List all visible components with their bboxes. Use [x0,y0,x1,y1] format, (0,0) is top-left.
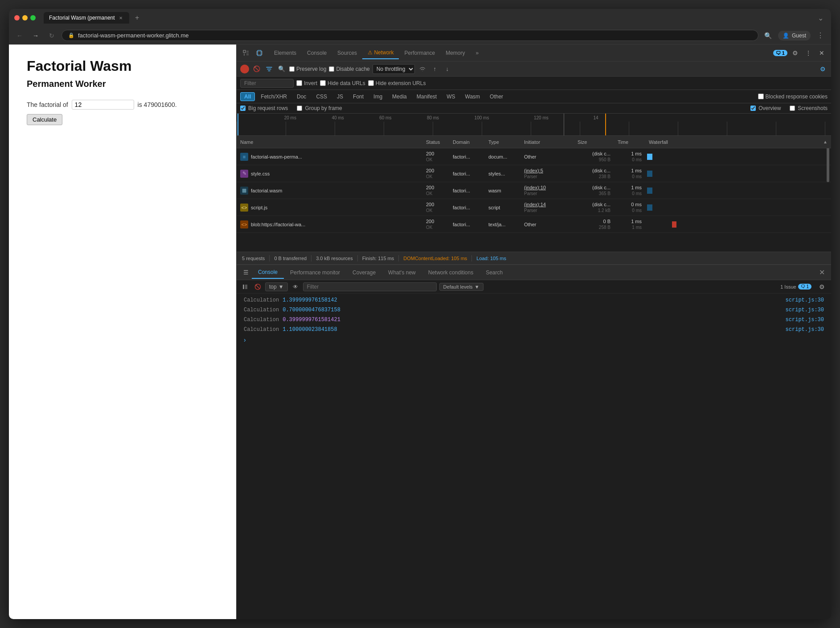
device-icon-btn[interactable] [254,47,265,59]
back-button[interactable]: ← [13,29,26,42]
active-tab[interactable]: Factorial Wasm (permanent ✕ [44,12,129,24]
tab-performance[interactable]: Performance [399,47,440,59]
console-settings-btn[interactable]: ⚙ [816,281,828,293]
console-drawer-icon[interactable]: ☰ [240,267,252,278]
console-tab-whats-new[interactable]: What's new [382,267,422,278]
tab-network[interactable]: Network [362,47,399,59]
disable-cache-checkbox[interactable]: Disable cache [329,66,369,72]
type-filter-img[interactable]: Img [369,92,386,101]
preserve-log-checkbox[interactable]: Preserve log [289,66,326,72]
big-request-rows-input[interactable] [240,106,246,111]
group-by-frame-input[interactable] [297,106,302,111]
console-tab-coverage[interactable]: Coverage [346,267,382,278]
hide-ext-urls-input[interactable] [368,80,374,86]
wifi-icon-btn[interactable] [418,64,427,74]
console-link-2[interactable]: script.js:30 [786,317,824,323]
type-filter-other[interactable]: Other [486,92,507,101]
forward-button[interactable]: → [29,29,42,42]
tab-close-button[interactable]: ✕ [118,15,124,21]
tab-memory[interactable]: Memory [440,47,470,59]
import-icon-btn[interactable]: ↑ [430,64,440,74]
invert-input[interactable] [296,80,302,86]
table-row[interactable]: ▦ factorial.wasm 200 OK factori... wasm … [237,182,831,199]
td-name-0: ≡ factorial-wasm-perma... [237,153,422,161]
disable-cache-input[interactable] [329,66,334,72]
screenshots-option[interactable]: Screenshots [790,105,828,111]
console-clear-btn[interactable]: 🚫 [253,282,262,292]
invert-checkbox[interactable]: Invert [296,80,317,86]
new-tab-button[interactable]: + [131,12,143,24]
guest-button[interactable]: 👤 Guest [778,31,811,41]
type-filter-manifest[interactable]: Manifest [413,92,441,101]
devtools-more-button[interactable]: ⋮ [803,47,814,59]
export-icon-btn[interactable]: ↓ [443,64,452,74]
devtools-topbar: Elements Console Sources Network Perform… [237,45,831,61]
console-filter-input[interactable] [303,282,437,291]
type-filter-wasm[interactable]: Wasm [461,92,484,101]
console-tab-network-conditions[interactable]: Network conditions [422,267,479,278]
console-tab-console[interactable]: Console [252,266,284,279]
browser-menu-button[interactable]: ⋮ [814,29,827,42]
console-close-button[interactable]: ✕ [816,267,828,278]
type-filter-font[interactable]: Font [349,92,368,101]
filter-input[interactable] [240,79,294,88]
factorial-input[interactable] [72,100,134,110]
type-filter-js[interactable]: JS [333,92,347,101]
hide-data-urls-input[interactable] [320,80,326,86]
table-row[interactable]: ≡ factorial-wasm-perma... 200 OK factori… [237,148,831,165]
table-row[interactable]: ✎ style.css 200 OK factori... styles... … [237,165,831,182]
console-prompt[interactable]: › [237,334,831,345]
preserve-log-input[interactable] [289,66,295,72]
type-filter-media[interactable]: Media [388,92,411,101]
type-filter-doc[interactable]: Doc [293,92,310,101]
console-sidebar-btn[interactable] [240,282,250,292]
tab-console[interactable]: Console [302,47,332,59]
throttle-select[interactable]: No throttling [373,64,415,74]
devtools-settings-button[interactable]: ⚙ [789,47,801,59]
record-button[interactable] [240,65,249,73]
console-link-0[interactable]: script.js:30 [786,297,824,303]
overview-input[interactable] [750,106,756,111]
minimize-traffic-light[interactable] [22,15,28,20]
network-settings-button[interactable]: ⚙ [818,64,828,74]
filter-toggle-button[interactable] [264,64,274,74]
console-context-arrow: ▼ [279,284,284,290]
window-collapse-icon[interactable]: ⌄ [815,12,826,23]
maximize-traffic-light[interactable] [30,15,36,20]
hide-ext-urls-checkbox[interactable]: Hide extension URLs [368,80,426,86]
type-filter-fetch-xhr[interactable]: Fetch/XHR [257,92,291,101]
hide-data-urls-checkbox[interactable]: Hide data URLs [320,80,365,86]
console-link-1[interactable]: script.js:30 [786,307,824,313]
console-link-3[interactable]: script.js:30 [786,326,824,333]
table-row[interactable]: <> blob:https://factorial-wa... 200 OK f… [237,216,831,233]
devtools-topbar-right: 🗨 1 ⚙ ⋮ ✕ [773,47,828,59]
refresh-button[interactable]: ↻ [45,29,58,42]
console-value-1: 0.7000000476837158 [283,307,340,313]
address-input[interactable]: 🔒 factorial-wasm-permanent-worker.glitch… [61,30,758,41]
big-request-rows-option[interactable]: Big request rows [240,105,288,111]
calculate-button[interactable]: Calculate [27,114,62,125]
console-tab-performance[interactable]: Performance monitor [284,267,346,278]
inspect-icon-btn[interactable] [240,47,252,59]
table-row[interactable]: <> script.js 200 OK factori... script (i… [237,199,831,216]
td-status-1: 200 OK [422,167,449,179]
search-button[interactable]: 🔍 [277,64,287,74]
type-filter-css[interactable]: CSS [312,92,331,101]
console-eye-btn[interactable]: 👁 [291,282,300,292]
tab-more[interactable]: » [471,47,484,59]
blocked-cookies-input[interactable] [758,94,764,99]
type-filter-all[interactable]: All [240,92,255,101]
clear-button[interactable]: 🚫 [252,64,262,74]
close-traffic-light[interactable] [14,15,20,20]
console-tab-search[interactable]: Search [479,267,509,278]
overview-option[interactable]: Overview [750,105,781,111]
zoom-button[interactable]: 🔍 [762,29,774,42]
network-table[interactable]: Name Status Domain Type Initiator Size T… [237,136,831,252]
type-filter-ws[interactable]: WS [443,92,459,101]
blocked-cookies-checkbox[interactable]: Blocked response cookies [758,94,828,100]
group-by-frame-option[interactable]: Group by frame [297,105,342,111]
tab-sources[interactable]: Sources [332,47,362,59]
screenshots-input[interactable] [790,106,795,111]
tab-elements[interactable]: Elements [269,47,302,59]
devtools-close-button[interactable]: ✕ [816,47,828,59]
